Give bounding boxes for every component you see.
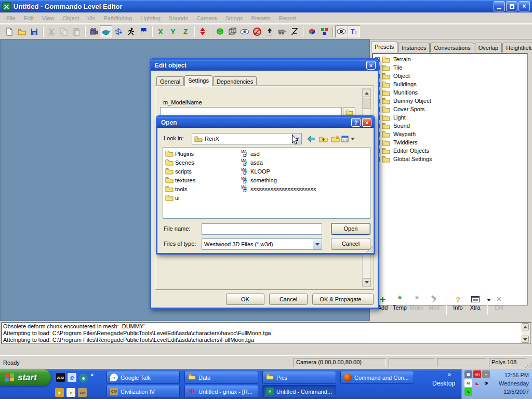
tree-item[interactable]: Dummy Object bbox=[374, 97, 527, 105]
menu-item[interactable]: Camera bbox=[192, 14, 221, 23]
tab-overlap[interactable]: Overlap bbox=[475, 43, 502, 52]
flag-marker-button[interactable] bbox=[137, 25, 150, 37]
scroll-down-icon[interactable] bbox=[363, 278, 370, 286]
tab-heightfield[interactable]: Heightfield bbox=[502, 43, 532, 52]
quicklaunch-overflow-icon[interactable]: » bbox=[90, 371, 94, 378]
taskbar-button-civilization[interactable]: CIV Civilization IV bbox=[107, 385, 180, 398]
quicklaunch-2142-icon[interactable]: 2142 bbox=[56, 373, 65, 382]
tree-item[interactable]: Buildings bbox=[374, 80, 527, 88]
tree-item[interactable]: Editor Objects bbox=[374, 147, 527, 155]
quicklaunch-civ-icon[interactable]: CIV bbox=[78, 388, 87, 397]
tab-general[interactable]: General bbox=[156, 76, 184, 86]
maximize-button[interactable] bbox=[506, 1, 517, 11]
taskbar-button-pics[interactable]: Pics bbox=[262, 371, 336, 384]
tree-item[interactable]: Sound bbox=[374, 122, 527, 130]
open-button[interactable]: Open bbox=[331, 223, 370, 235]
folder-item[interactable]: ui bbox=[165, 193, 195, 202]
tree-item[interactable]: Twiddlers bbox=[374, 138, 527, 147]
quicklaunch-globe-icon[interactable]: ◍ bbox=[79, 374, 88, 382]
taskbar-button-google-talk[interactable]: ● Google Talk bbox=[107, 371, 180, 384]
new-folder-button[interactable] bbox=[329, 133, 341, 144]
folder-item[interactable]: tools bbox=[165, 184, 195, 193]
menu-item[interactable]: Vis bbox=[83, 14, 99, 23]
save-button[interactable] bbox=[28, 25, 41, 37]
menu-item[interactable]: Edit bbox=[20, 14, 38, 23]
tree-item[interactable]: Tile bbox=[374, 63, 527, 72]
camera-mode-button[interactable] bbox=[87, 25, 100, 37]
tray-clock[interactable]: 12:56 PM Wednesday 12/5/2007 bbox=[491, 369, 532, 399]
ok-propagate-button[interactable]: OK & Propagate... bbox=[312, 294, 374, 305]
solid-view-button[interactable] bbox=[214, 25, 226, 37]
hide-selected-button[interactable] bbox=[251, 25, 263, 37]
menu-item[interactable]: Sounds bbox=[165, 14, 192, 23]
files-of-type-combobox[interactable]: Westwood 3D Files (*.w3d) bbox=[202, 238, 322, 250]
scroll-up-icon[interactable] bbox=[363, 89, 370, 97]
help-button[interactable]: ? bbox=[351, 118, 361, 127]
tree-item[interactable]: Global Settings bbox=[374, 155, 527, 163]
up-folder-button[interactable] bbox=[317, 133, 329, 144]
scroll-up-icon[interactable] bbox=[522, 323, 529, 330]
folder-item[interactable]: Scenes bbox=[165, 158, 195, 167]
polygon-tool-button[interactable] bbox=[288, 25, 301, 37]
new-file-button[interactable] bbox=[3, 25, 16, 37]
xtra-button[interactable]: Xtra bbox=[467, 294, 484, 311]
tab-instances[interactable]: Instances bbox=[398, 43, 430, 52]
mail-notifier-icon[interactable]: M bbox=[464, 379, 472, 387]
menu-item[interactable]: Report bbox=[275, 14, 300, 23]
look-in-combobox[interactable]: RenX bbox=[192, 133, 302, 144]
scroll-down-icon[interactable] bbox=[522, 336, 529, 343]
menu-item[interactable]: View bbox=[38, 14, 59, 23]
visibility-toggle-button[interactable] bbox=[335, 25, 348, 37]
taskbar-button-gmax[interactable]: Ψ Untitled - gmax - [R... bbox=[184, 385, 258, 398]
tab-settings[interactable]: Settings bbox=[184, 75, 212, 86]
open-dialog-close-button[interactable]: × bbox=[362, 118, 371, 127]
tree-item[interactable]: Munitions bbox=[374, 88, 527, 97]
file-name-input[interactable] bbox=[202, 223, 322, 235]
menu-item[interactable]: File bbox=[2, 14, 20, 23]
tree-item[interactable]: Light bbox=[374, 113, 527, 122]
vehicle-tool-button[interactable] bbox=[276, 25, 288, 37]
close-button[interactable]: × bbox=[518, 1, 530, 11]
colored-cube-button[interactable] bbox=[305, 25, 318, 37]
tree-item[interactable]: Cover Spots bbox=[374, 105, 527, 113]
quicklaunch-doc-icon[interactable]: ☻ bbox=[66, 388, 75, 397]
taskbar-button-data[interactable]: Data bbox=[184, 371, 258, 384]
axis-x-button[interactable]: X bbox=[154, 25, 167, 37]
drop-to-ground-button[interactable] bbox=[263, 25, 276, 37]
file-item[interactable]: W3D KLOOP bbox=[241, 167, 316, 176]
files-of-type-dropdown-icon[interactable] bbox=[313, 239, 322, 249]
menu-item[interactable]: Pathfinding bbox=[99, 14, 136, 23]
menu-item[interactable]: Object bbox=[58, 14, 83, 23]
tab-presets[interactable]: Presets bbox=[371, 42, 397, 52]
desktop-overflow-icon[interactable]: » bbox=[448, 371, 451, 377]
file-item[interactable]: W3D sssssssssssssssssssssss bbox=[241, 184, 316, 193]
wireframe-view-button[interactable] bbox=[226, 25, 238, 37]
folder-item[interactable]: scripts bbox=[165, 167, 195, 176]
menu-item[interactable]: Strings bbox=[221, 14, 247, 23]
tab-dependencies[interactable]: Dependencies bbox=[213, 76, 257, 86]
menu-item[interactable]: Lighting bbox=[136, 14, 165, 23]
file-item[interactable]: W3D asd bbox=[241, 149, 316, 158]
gizmo-mode-button[interactable] bbox=[112, 25, 125, 37]
volume-icon[interactable]: 🕩 bbox=[482, 379, 490, 387]
tree-item[interactable]: Terrain bbox=[374, 55, 527, 63]
temp-button[interactable]: *Temp bbox=[391, 294, 408, 311]
desktop-label[interactable]: Desktop bbox=[432, 380, 455, 387]
render-mode-button[interactable] bbox=[100, 25, 112, 37]
tab-conversations[interactable]: Conversations bbox=[430, 43, 474, 52]
edit-dialog-close-button[interactable]: × bbox=[366, 61, 376, 70]
axis-y-button[interactable]: Y bbox=[167, 25, 179, 37]
quicklaunch-game-icon[interactable]: ♛ bbox=[55, 388, 64, 397]
view-menu-button[interactable] bbox=[341, 133, 355, 144]
resize-grip-icon[interactable] bbox=[366, 246, 373, 252]
network-monitor-icon[interactable]: ▣ bbox=[464, 370, 472, 378]
file-item[interactable]: W3D something bbox=[241, 176, 316, 184]
rgb-palette-button[interactable] bbox=[318, 25, 330, 37]
ati-icon[interactable]: ATI bbox=[473, 370, 481, 378]
log-scrollbar[interactable] bbox=[522, 323, 530, 343]
back-button[interactable] bbox=[305, 133, 316, 144]
tree-item[interactable]: Object bbox=[374, 72, 527, 80]
taskbar-button-commando-editor[interactable]: ✕ Untitled - Command... bbox=[262, 385, 336, 398]
ok-button[interactable]: OK bbox=[226, 294, 264, 305]
file-list[interactable]: Plugins Scenes scripts textures bbox=[163, 147, 370, 219]
